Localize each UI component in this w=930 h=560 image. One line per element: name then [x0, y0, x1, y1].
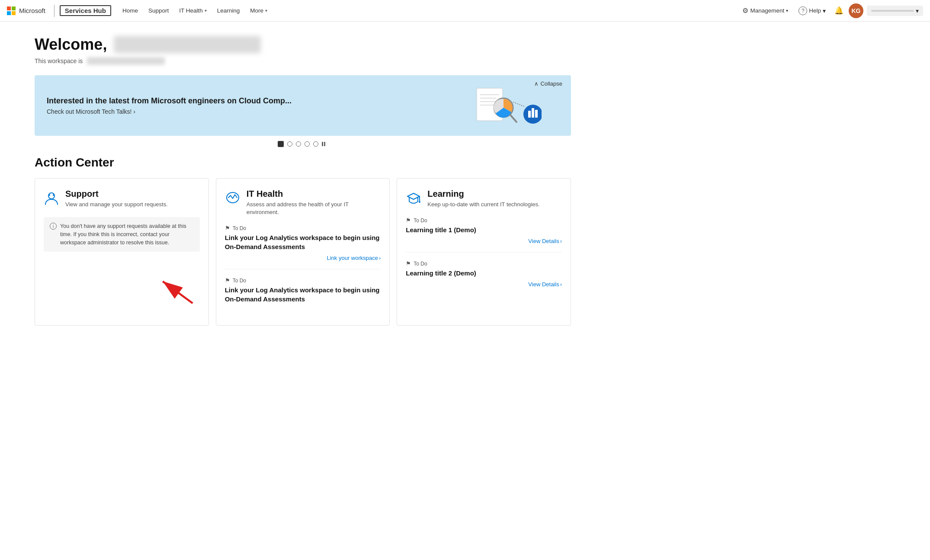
todo-label-2: ⚑ To Do — [225, 277, 381, 284]
learning-card-desc: Keep up-to-date with current IT technolo… — [427, 201, 539, 208]
nav-learning[interactable]: Learning — [213, 6, 244, 16]
workspace-selector[interactable]: ▾ — [867, 6, 923, 16]
nav-help[interactable]: ? Help ▾ — [795, 5, 829, 17]
learning-card-title: Learning — [427, 189, 539, 199]
workspace-line: This workspace is — [35, 57, 571, 65]
workspace-chevron: ▾ — [916, 7, 919, 14]
flag-icon-1: ⚑ — [225, 225, 230, 231]
nav-it-health[interactable]: IT Health ▾ — [175, 6, 211, 16]
nav-logo: Microsoft — [7, 6, 45, 15]
help-chevron: ▾ — [823, 7, 826, 14]
svg-point-12 — [48, 193, 55, 199]
it-health-card: IT Health Assess and address the health … — [216, 178, 390, 326]
link-chevron-3: › — [560, 281, 562, 288]
it-health-todo-1: ⚑ To Do Link your Log Analytics workspac… — [225, 225, 381, 269]
user-avatar[interactable]: KG — [849, 3, 863, 18]
learning-todo-1-link[interactable]: View Details › — [406, 238, 562, 244]
nav-divider — [54, 5, 55, 17]
learning-card-header: Learning Keep up-to-date with current IT… — [406, 189, 562, 208]
carousel-pause[interactable] — [322, 141, 328, 147]
banner-link[interactable]: Check out Microsoft Tech Talks! › — [47, 108, 472, 115]
banner-collapse-button[interactable]: ∧ Collapse — [534, 80, 562, 87]
learning-icon — [406, 190, 421, 205]
support-card-header: Support View and manage your support req… — [44, 189, 200, 208]
learning-flag-icon-2: ⚑ — [406, 260, 411, 267]
support-icon — [44, 190, 59, 205]
cards-grid: Support View and manage your support req… — [35, 178, 571, 326]
nav-support[interactable]: Support — [144, 6, 173, 16]
nav-management[interactable]: ⚙ Management ▾ — [739, 5, 792, 16]
svg-line-6 — [510, 115, 516, 122]
gear-icon: ⚙ — [742, 6, 748, 15]
action-center-title: Action Center — [35, 156, 571, 170]
notice-info-icon: i — [50, 223, 57, 230]
learning-flag-icon-1: ⚑ — [406, 217, 411, 224]
management-chevron: ▾ — [786, 8, 788, 13]
learning-todo-label-1: ⚑ To Do — [406, 217, 562, 224]
notice-text: You don't have any support requests avai… — [60, 222, 194, 246]
todo-label-1: ⚑ To Do — [225, 225, 381, 231]
banner-text: Interested in the latest from Microsoft … — [47, 96, 472, 115]
workspace-name-blur — [87, 57, 165, 65]
svg-point-14 — [53, 194, 55, 196]
link-chevron-2: › — [560, 238, 562, 244]
welcome-section: Welcome, This workspace is — [35, 35, 571, 65]
support-card: Support View and manage your support req… — [35, 178, 209, 326]
svg-point-16 — [419, 201, 420, 203]
main-content: Welcome, This workspace is Interested in… — [0, 22, 606, 343]
support-card-desc: View and manage your support requests. — [65, 201, 168, 208]
it-health-todo-1-link[interactable]: Link your workspace › — [225, 255, 381, 261]
notification-bell[interactable]: 🔔 — [833, 4, 845, 17]
learning-card-header-text: Learning Keep up-to-date with current IT… — [427, 189, 539, 208]
nav-more[interactable]: More ▾ — [246, 6, 272, 16]
it-health-card-header: IT Health Assess and address the health … — [225, 189, 381, 216]
learning-todo-1: ⚑ To Do Learning title 1 (Demo) View Det… — [406, 217, 562, 253]
learning-card: Learning Keep up-to-date with current IT… — [397, 178, 571, 326]
carousel-dot-2[interactable] — [287, 141, 292, 147]
support-card-title: Support — [65, 189, 168, 199]
nav-right: ⚙ Management ▾ ? Help ▾ 🔔 KG ▾ — [739, 3, 923, 18]
carousel-dot-3[interactable] — [296, 141, 301, 147]
learning-todo-2-link[interactable]: View Details › — [406, 281, 562, 288]
nav-home[interactable]: Home — [118, 6, 142, 16]
navbar: Microsoft Services Hub Home Support IT H… — [0, 0, 930, 22]
services-hub-label[interactable]: Services Hub — [60, 5, 111, 16]
it-health-todo-1-title: Link your Log Analytics workspace to beg… — [225, 233, 381, 251]
promo-banner: Interested in the latest from Microsoft … — [35, 75, 571, 136]
learning-todo-2-title: Learning title 2 (Demo) — [406, 269, 562, 278]
svg-rect-9 — [532, 108, 534, 118]
svg-line-11 — [513, 102, 524, 106]
it-health-todo-2-title: Link your Log Analytics workspace to beg… — [225, 285, 381, 304]
microsoft-logo-grid — [7, 6, 16, 15]
svg-rect-8 — [528, 111, 531, 118]
it-health-card-title: IT Health — [247, 189, 381, 199]
it-health-card-desc: Assess and address the health of your IT… — [247, 201, 381, 216]
it-health-chevron: ▾ — [205, 8, 207, 13]
learning-todo-2: ⚑ To Do Learning title 2 (Demo) View Det… — [406, 260, 562, 295]
support-card-header-text: Support View and manage your support req… — [65, 189, 168, 208]
svg-point-13 — [48, 194, 50, 196]
user-name-blur — [114, 36, 261, 53]
welcome-title: Welcome, — [35, 35, 571, 54]
it-health-icon — [225, 190, 241, 205]
carousel-dot-1[interactable] — [278, 141, 284, 147]
help-icon: ? — [799, 6, 807, 15]
carousel-dot-5[interactable] — [313, 141, 318, 147]
nav-links: Home Support IT Health ▾ Learning More ▾ — [118, 6, 739, 16]
link-chevron-1: › — [379, 255, 381, 261]
banner-title: Interested in the latest from Microsoft … — [47, 96, 472, 106]
carousel-dot-4[interactable] — [305, 141, 310, 147]
banner-link-chevron: › — [133, 108, 135, 115]
collapse-chevron: ∧ — [534, 80, 539, 87]
it-health-todo-2: ⚑ To Do Link your Log Analytics workspac… — [225, 277, 381, 315]
banner-illustration — [472, 84, 542, 127]
more-chevron: ▾ — [265, 8, 267, 13]
flag-icon-2: ⚑ — [225, 277, 230, 284]
learning-todo-label-2: ⚑ To Do — [406, 260, 562, 267]
svg-rect-10 — [535, 110, 538, 118]
carousel-dots — [35, 141, 571, 147]
support-notice: i You don't have any support requests av… — [44, 217, 200, 252]
it-health-card-header-text: IT Health Assess and address the health … — [247, 189, 381, 216]
brand-name: Microsoft — [19, 7, 45, 14]
learning-todo-1-title: Learning title 1 (Demo) — [406, 225, 562, 234]
